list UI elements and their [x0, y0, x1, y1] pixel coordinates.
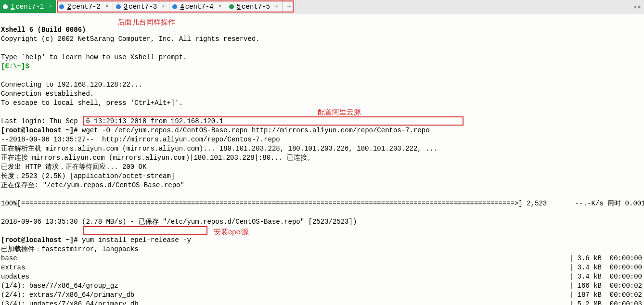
annotation-tabs-note: 后面几台同样操作: [117, 17, 175, 26]
tab-cent7-1[interactable]: 1 cent7-1 ×: [0, 0, 56, 13]
tab-cent7-3[interactable]: 3 cent7-3 ×: [113, 0, 169, 13]
annotation-aliyun-note: 配置阿里云源: [318, 107, 361, 116]
escape-text: To escape to local shell, press 'Ctrl+Al…: [1, 99, 183, 107]
terminal-output[interactable]: Xshell 6 (Build 0086) Copyright (c) 2002…: [0, 13, 644, 305]
new-tab-button[interactable]: +: [283, 0, 296, 13]
http-ok-text: 已发出 HTTP 请求，正在等待回应... 200 OK: [1, 163, 146, 171]
close-icon[interactable]: ×: [218, 3, 221, 10]
resolve-text: 正在解析主机 mirrors.aliyun.com (mirrors.aliyu…: [1, 145, 438, 152]
tab-cent7-2[interactable]: 2 cent7-2 ×: [56, 0, 113, 13]
status-dot-icon: [172, 4, 177, 9]
close-icon[interactable]: ×: [275, 3, 278, 10]
local-prompt: [E:\~]$: [1, 63, 29, 70]
tab-number: 4: [180, 3, 184, 11]
tab-number: 2: [67, 3, 71, 11]
tab-label: cent7-4: [185, 3, 214, 11]
plus-icon: +: [287, 2, 292, 11]
root-prompt: [root@localhost ~]#: [1, 236, 78, 244]
status-dot-icon: [229, 4, 234, 9]
scroll-left-icon[interactable]: ◀: [633, 4, 636, 10]
yum-row: (1/4): base/7/x86_64/group_gz| 166 kB 00…: [1, 281, 642, 291]
tab-label: cent7-3: [129, 3, 157, 11]
close-icon[interactable]: ×: [162, 3, 165, 10]
saved-text: 2018-09-06 13:35:30 (2.78 MB/s) - 已保存 "/…: [1, 218, 357, 226]
annotation-epel-note: 安装epel源: [214, 227, 249, 236]
root-prompt: [root@localhost ~]#: [1, 127, 78, 134]
connecting-text: Connecting to 192.168.120.128:22...: [1, 81, 142, 89]
tab-number: 1: [11, 3, 14, 11]
tab-label: cent7-1: [15, 3, 44, 11]
length-text: 长度：2523 (2.5K) [application/octet-stream…: [1, 172, 175, 180]
progress-bar: 100%[===================================…: [1, 200, 644, 207]
tab-label: cent7-5: [242, 3, 270, 11]
app-header: Xshell 6 (Build 0086): [1, 26, 86, 34]
status-dot-icon: [3, 4, 8, 9]
connect-text: 正在连接 mirrors.aliyun.com (mirrors.aliyun.…: [1, 154, 314, 162]
annotation-box-yum: [83, 226, 207, 235]
last-login-text: Last login: Thu Sep 6 13:29:13 2018 from…: [1, 117, 223, 125]
established-text: Connection established.: [1, 90, 94, 98]
yum-row: (2/4): extras/7/x86_64/primary_db| 187 k…: [1, 291, 642, 300]
yum-row: (3/4): updates/7/x86_64/primary_db| 5.2 …: [1, 300, 642, 305]
tab-scroll-arrows: ◀ ▶: [633, 0, 644, 13]
help-text: Type `help' to learn how to use Xshell p…: [1, 53, 187, 61]
saving-text: 正在保存至: "/etc/yum.repos.d/CentOS-Base.rep…: [1, 181, 184, 189]
scroll-right-icon[interactable]: ▶: [638, 4, 641, 10]
tab-number: 3: [124, 3, 128, 11]
tab-cent7-5[interactable]: 5 cent7-5 ×: [226, 0, 283, 13]
yum-row: base| 3.6 kB 00:00:00: [1, 254, 642, 263]
close-icon[interactable]: ×: [49, 3, 52, 10]
tab-bar: 1 cent7-1 × 2 cent7-2 × 3 cent7-3 × 4 ce…: [0, 0, 644, 13]
wget-command: wget -O /etc/yum.repos.d/CentOS-Base.rep…: [82, 127, 430, 134]
yum-row: extras| 3.4 kB 00:00:00: [1, 263, 642, 272]
tab-label: cent7-2: [72, 3, 101, 11]
close-icon[interactable]: ×: [105, 3, 109, 10]
status-dot-icon: [59, 4, 64, 9]
status-dot-icon: [116, 4, 121, 9]
yum-command: yum install epel-release -y: [82, 236, 191, 244]
tab-cent7-4[interactable]: 4 cent7-4 ×: [169, 0, 226, 13]
loaded-plugins: 已加载插件：fastestmirror, langpacks: [1, 245, 139, 253]
copyright-text: Copyright (c) 2002 NetSarang Computer, I…: [1, 35, 260, 43]
tab-number: 5: [237, 3, 241, 11]
wget-start: --2018-09-06 13:35:27-- http://mirrors.a…: [1, 136, 280, 143]
yum-row: updates| 3.4 kB 00:00:00: [1, 272, 642, 281]
